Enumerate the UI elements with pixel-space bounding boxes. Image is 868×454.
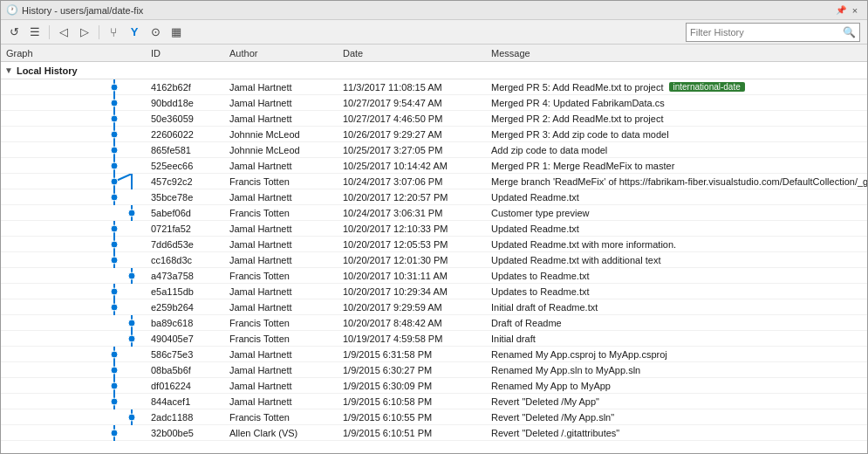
commit-id: 865fe581 [147,145,226,155]
commit-message: Initial draft [488,334,867,344]
table-row[interactable]: 08ba5b6fJamal Hartnett1/9/2015 6:30:27 P… [1,362,867,378]
table-row[interactable]: 22606022Johnnie McLeod10/26/2017 9:29:27… [1,127,867,142]
svg-point-17 [111,194,118,201]
table-row[interactable]: 525eec66Jamal Hartnett10/25/2017 10:14:4… [1,158,867,174]
commit-message: Renamed My App.csproj to MyApp.csproj [488,349,867,360]
commit-author: Francis Totten [226,412,339,423]
commit-id: 22606022 [147,129,226,140]
refresh-button[interactable]: ↺ [4,23,24,42]
commit-message: Updated Readme.txt with more information… [488,239,867,250]
commit-author: Francis Totten [226,176,339,187]
table-row[interactable]: df016224Jamal Hartnett1/9/2015 6:30:09 P… [1,378,867,394]
message-text: Updated Readme.txt [491,224,579,234]
message-text: Merged PR 5: Add ReadMe.txt to project [491,82,664,93]
commit-date: 10/20/2017 12:01:30 PM [339,255,488,265]
commit-date: 10/20/2017 10:29:34 AM [339,286,488,297]
commit-author: Allen Clark (VS) [226,428,339,438]
table-row[interactable]: 586c75e3Jamal Hartnett1/9/2015 6:31:58 P… [1,347,867,362]
commit-date: 10/25/2017 3:27:05 PM [339,145,488,155]
table-row[interactable]: 90bdd18eJamal Hartnett10/27/2017 9:54:47… [1,95,867,111]
svg-point-9 [111,147,118,154]
filter-button[interactable]: Y [125,23,144,42]
table-row[interactable]: 490405e7Francis Totten10/19/2017 4:59:58… [1,331,867,347]
table-row[interactable]: 457c92c2Francis Totten10/24/2017 3:07:06… [1,174,867,189]
table-row[interactable]: 32b00be5Allen Clark (VS)1/9/2015 6:10:51… [1,425,867,441]
table-row[interactable]: e259b264Jamal Hartnett10/20/2017 9:29:59… [1,299,867,315]
svg-point-27 [111,257,118,264]
commit-author: Jamal Hartnett [226,114,339,124]
commit-message: Revert "Deleted /.gitattributes" [488,428,867,438]
commit-message: Add zip code to data model [488,145,867,155]
commit-author: Jamal Hartnett [226,82,339,93]
commit-id: 90bdd18e [147,98,226,108]
toolbar-sep-2 [99,25,99,39]
commit-author: Jamal Hartnett [226,396,339,407]
commit-id: 586c75e3 [147,349,226,360]
table-row[interactable]: 5abef06dFrancis Totten10/24/2017 3:06:31… [1,205,867,221]
graph-cell [1,252,147,268]
commit-id: cc168d3c [147,255,226,265]
commit-author: Johnnie McLeod [226,129,339,140]
table-row[interactable]: 50e36059Jamal Hartnett10/27/2017 4:46:50… [1,111,867,127]
commit-id: e259b264 [147,302,226,313]
table-row[interactable]: 7dd6d53eJamal Hartnett10/20/2017 12:05:5… [1,237,867,252]
graph-cell [1,284,147,299]
commit-message: Merged PR 3: Add zip code to data model [488,129,867,140]
message-text: Updated Readme.txt [491,192,579,203]
commit-id: 844acef1 [147,396,226,407]
commit-author: Jamal Hartnett [226,192,339,203]
title-text: History - users/jamal/date-fix [22,5,143,16]
table-row[interactable]: cc168d3cJamal Hartnett10/20/2017 12:01:3… [1,252,867,268]
close-button[interactable]: × [848,5,862,16]
back-button[interactable]: ◁ [54,23,73,42]
table-row[interactable]: ba89c618Francis Totten10/20/2017 8:48:42… [1,315,867,331]
commit-message: Updates to Readme.txt [488,271,867,281]
commit-author: Francis Totten [226,208,339,218]
graph-cell [1,268,147,284]
message-text: Renamed My App to MyApp [491,381,611,391]
rows-container: 4162b62fJamal Hartnett11/3/2017 11:08:15… [1,79,867,441]
commit-message: Revert "Deleted /My App" [488,396,867,407]
pin-button[interactable]: 📌 [836,5,846,16]
graph-cell [1,221,147,237]
commit-id: 08ba5b6f [147,365,226,375]
message-text: Initial draft of Readme.txt [491,302,598,313]
table-row[interactable]: 844acef1Jamal Hartnett1/9/2015 6:10:58 P… [1,394,867,409]
commit-message: Updated Readme.txt with additional text [488,255,867,265]
commit-author: Jamal Hartnett [226,255,339,265]
remote-button[interactable]: ⊙ [146,23,165,42]
title-bar: 🕐 History - users/jamal/date-fix 📌 × [1,1,867,20]
toolbar: ↺ ☰ ◁ ▷ ⑂ Y ⊙ ▦ 🔍 [1,20,867,45]
message-text: Updated Readme.txt with additional text [491,255,660,265]
table-row[interactable]: e5a115dbJamal Hartnett10/20/2017 10:29:3… [1,284,867,299]
content-area[interactable]: ▼ Local History 4162b62fJamal Hartnett11… [1,62,867,453]
forward-button[interactable]: ▷ [75,23,94,42]
commit-author: Jamal Hartnett [226,161,339,171]
filter-input[interactable] [690,27,843,38]
commit-id: a473a758 [147,271,226,281]
commit-author: Francis Totten [226,334,339,344]
commit-message: Draft of Readme [488,318,867,328]
graph-cell [1,409,147,425]
table-row[interactable]: 35bce78eJamal Hartnett10/20/2017 12:20:5… [1,189,867,205]
graph-button[interactable]: ▦ [167,23,186,42]
commit-message: Customer type preview [488,208,867,218]
commit-date: 1/9/2015 6:10:51 PM [339,428,488,438]
table-row[interactable]: 4162b62fJamal Hartnett11/3/2017 11:08:15… [1,79,867,95]
graph-cell [1,189,147,205]
collapse-arrow-icon[interactable]: ▼ [4,65,13,75]
table-row[interactable]: 2adc1188Francis Totten1/9/2015 6:10:55 P… [1,409,867,425]
col-header-graph: Graph [1,48,147,58]
search-icon: 🔍 [843,26,856,38]
commit-message: Merged PR 1: Merge ReadMeFix to master [488,161,867,171]
list-view-button[interactable]: ☰ [25,23,44,42]
push-button[interactable]: ⑂ [104,23,123,42]
section-header-local-history: ▼ Local History [1,62,867,79]
message-text: Updates to Readme.txt [491,286,590,297]
filter-container: 🔍 [686,23,860,42]
table-row[interactable]: 865fe581Johnnie McLeod10/25/2017 3:27:05… [1,142,867,158]
table-row[interactable]: 0721fa52Jamal Hartnett10/20/2017 12:10:3… [1,221,867,237]
commit-author: Jamal Hartnett [226,286,339,297]
table-row[interactable]: a473a758Francis Totten10/20/2017 10:31:1… [1,268,867,284]
commit-date: 10/27/2017 4:46:50 PM [339,114,488,124]
